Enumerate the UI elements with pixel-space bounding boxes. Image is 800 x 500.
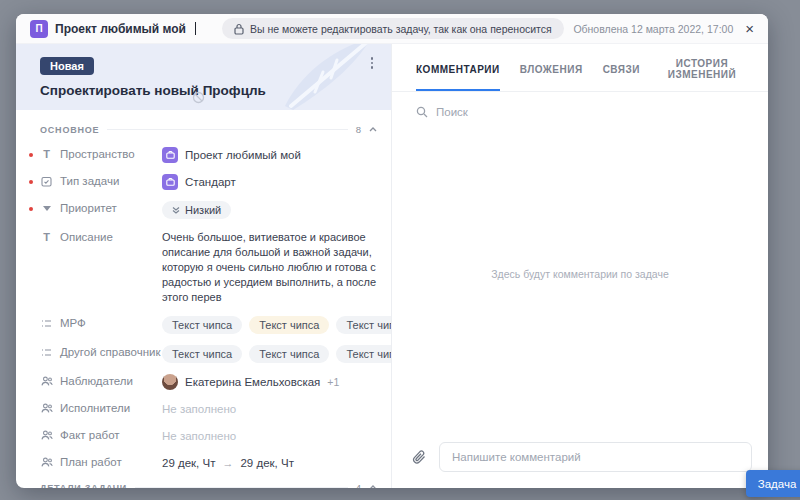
field-row-watchers[interactable]: Наблюдатели Екатерина Емельховская +1 — [40, 374, 377, 390]
watcher-name: Екатерина Емельховская — [185, 376, 320, 388]
close-button[interactable]: × — [745, 21, 754, 36]
people-icon — [40, 376, 53, 386]
more-count[interactable]: +1 — [327, 376, 339, 388]
field-label: Приоритет — [60, 202, 117, 214]
chip[interactable]: Текст чипса — [336, 316, 392, 334]
type-icon — [162, 174, 178, 190]
readonly-notice-text: Вы не можете редактировать задачу, так к… — [250, 23, 552, 35]
section-main-count: 8 — [356, 124, 361, 135]
list-icon — [40, 319, 53, 328]
field-label: Описание — [60, 231, 113, 243]
status-badge[interactable]: Новая — [40, 57, 94, 75]
tab-bar: КОММЕНТАРИИ ВЛОЖЕНИЯ СВЯЗИ ИСТОРИЯ ИЗМЕН… — [392, 44, 768, 92]
fields-list: ОСНОВНОЕ 8 T Пространство — [16, 110, 391, 488]
comments-search[interactable] — [392, 92, 768, 118]
field-value: Стандарт — [185, 176, 236, 188]
list-icon — [40, 348, 53, 357]
project-icon: П — [30, 20, 48, 38]
no-edit-icon — [192, 91, 205, 104]
modal-topbar: П Проект любимый мой Вы не можете редакт… — [16, 14, 768, 44]
section-main: ОСНОВНОЕ 8 — [40, 124, 377, 135]
required-dot — [29, 180, 33, 184]
comment-input[interactable] — [439, 442, 752, 472]
tab-attachments[interactable]: ВЛОЖЕНИЯ — [520, 58, 583, 91]
arrow-right-icon: → — [222, 457, 233, 469]
tab-links[interactable]: СВЯЗИ — [603, 58, 640, 91]
readonly-notice: Вы не можете редактировать задачу, так к… — [222, 18, 564, 39]
section-details-count: 4 — [356, 482, 361, 488]
field-row-other-ref[interactable]: Другой справочник Текст чипса Текст чипс… — [40, 345, 377, 363]
screen: П Проект любимый мой Вы не можете редакт… — [0, 0, 800, 500]
task-type-icon — [40, 176, 53, 187]
field-label: Исполнители — [60, 402, 130, 414]
empty-value: Не заполнено — [162, 430, 236, 442]
required-dot — [29, 207, 33, 211]
field-row-plan[interactable]: План работ 29 дек, Чт → 29 дек, Чт — [40, 455, 377, 471]
lock-icon — [234, 23, 244, 35]
search-input[interactable] — [436, 106, 744, 118]
section-details: ДЕТАЛИ ЗАДАЧИ 4 — [40, 482, 377, 488]
priority-chip[interactable]: Низкий — [162, 201, 231, 219]
required-dot — [29, 153, 33, 157]
field-row-fact[interactable]: Факт работ Не заполнено — [40, 428, 377, 444]
priority-lowest-icon — [172, 206, 180, 214]
more-menu-button[interactable] — [365, 54, 379, 72]
comments-panel: КОММЕНТАРИИ ВЛОЖЕНИЯ СВЯЗИ ИСТОРИЯ ИЗМЕН… — [392, 44, 768, 488]
field-label: МРФ — [60, 317, 86, 329]
chip[interactable]: Текст чипса — [336, 345, 392, 363]
field-label: Тип задачи — [60, 175, 119, 187]
tab-comments[interactable]: КОММЕНТАРИИ — [416, 58, 500, 91]
text-type-icon: T — [40, 148, 53, 160]
task-button[interactable]: Задача — [746, 470, 800, 497]
chevron-up-icon[interactable] — [369, 127, 377, 132]
field-label: Наблюдатели — [60, 375, 133, 387]
project-title: Проект любимый мой — [55, 22, 186, 36]
paperclip-icon[interactable] — [412, 449, 427, 466]
chip[interactable]: Текст чипса — [249, 316, 329, 334]
space-icon — [162, 147, 178, 163]
plan-start-date[interactable]: 29 дек, Чт — [162, 457, 215, 469]
field-row-description[interactable]: T Описание Очень большое, витиеватое и к… — [40, 230, 377, 305]
chevron-up-icon[interactable] — [369, 485, 377, 488]
plan-end-date[interactable]: 29 дек, Чт — [240, 457, 293, 469]
chip[interactable]: Текст чипса — [162, 316, 242, 334]
chip[interactable]: Текст чипса — [162, 345, 242, 363]
task-details-panel: Новая Спроектировать новый Профцль ОСНОВ… — [16, 44, 392, 488]
priority-value: Низкий — [185, 204, 221, 216]
field-row-space[interactable]: T Пространство Проект любимый мой — [40, 147, 377, 163]
people-icon — [40, 403, 53, 413]
comments-empty-state: Здесь будут комментарии по задаче — [392, 118, 768, 430]
empty-value: Не заполнено — [162, 403, 236, 415]
task-modal: П Проект любимый мой Вы не можете редакт… — [16, 14, 768, 488]
project-name-field[interactable]: П Проект любимый мой — [30, 20, 196, 38]
field-label: План работ — [60, 456, 122, 468]
search-icon — [416, 106, 428, 118]
avatar — [162, 374, 178, 390]
people-icon — [40, 430, 53, 440]
comment-composer — [392, 430, 768, 488]
task-header: Новая Спроектировать новый Профцль — [16, 44, 391, 110]
field-label: Факт работ — [60, 429, 120, 441]
section-main-title: ОСНОВНОЕ — [40, 125, 99, 135]
field-label: Пространство — [60, 148, 135, 160]
field-value: Проект любимый мой — [185, 149, 301, 161]
text-type-icon: T — [40, 231, 53, 243]
feather-illustration — [263, 44, 373, 110]
caret-down-icon — [40, 206, 53, 211]
people-icon — [40, 457, 53, 467]
field-label: Другой справочник — [60, 346, 160, 359]
field-row-assignees[interactable]: Исполнители Не заполнено — [40, 401, 377, 417]
section-details-title: ДЕТАЛИ ЗАДАЧИ — [40, 483, 127, 489]
field-row-mrf[interactable]: МРФ Текст чипса Текст чипса Текст чипса — [40, 316, 377, 334]
chip[interactable]: Текст чипса — [249, 345, 329, 363]
field-row-priority[interactable]: Приоритет Низкий — [40, 201, 377, 219]
updated-timestamp: Обновлена 12 марта 2022, 17:00 — [573, 23, 733, 35]
tab-history[interactable]: ИСТОРИЯ ИЗМЕНЕНИЙ — [660, 58, 744, 91]
field-row-type[interactable]: Тип задачи Стандарт — [40, 174, 377, 190]
empty-state-text: Здесь будут комментарии по задаче — [491, 268, 669, 280]
description-text: Очень большое, витиеватое и красивое опи… — [162, 230, 377, 305]
text-caret — [195, 22, 196, 35]
